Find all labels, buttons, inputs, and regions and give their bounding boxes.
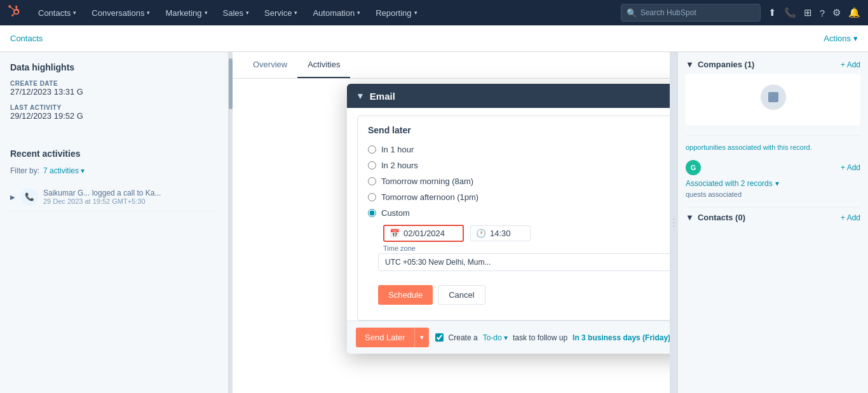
nav-reporting[interactable]: Reporting ▾ [369, 0, 423, 25]
companies-empty-state [686, 74, 860, 125]
nav-contacts-chevron: ▾ [73, 10, 76, 16]
timezone-label: Time zone [383, 244, 670, 252]
cancel-button[interactable]: Cancel [438, 285, 485, 305]
breadcrumb-nav: Contacts Actions ▾ [0, 25, 868, 52]
follow-up-days-link[interactable]: In 3 business days (Friday) ▾ [573, 333, 670, 342]
time-input-wrapper[interactable]: 🕐 [470, 225, 531, 241]
recent-activities-title: Recent activities [10, 149, 218, 159]
schedule-button[interactable]: Schedule [378, 285, 433, 305]
radio-custom[interactable] [368, 209, 376, 217]
associated-records-chevron: ▾ [775, 179, 779, 188]
help-icon[interactable]: ? [820, 8, 825, 18]
modal-title-row: ▼ Email [356, 91, 395, 102]
create-date-label: CREATE DATE [10, 80, 218, 87]
actions-chevron: ▾ [853, 34, 858, 43]
send-later-button-group: Send Later ▾ [356, 328, 429, 347]
follow-up-type-link[interactable]: To-do ▾ [483, 333, 508, 342]
associated-icon-row: G [686, 160, 701, 175]
phone-activity-icon: 📞 [20, 188, 38, 206]
radio-2hours[interactable] [368, 161, 376, 170]
modal-header: ▼ Email ⤢ ✕ [347, 84, 670, 108]
radio-tomorrow-morning[interactable] [368, 177, 376, 185]
contacts-header: ▼ Contacts (0) + Add [686, 213, 860, 222]
follow-up-type-chevron: ▾ [504, 333, 508, 342]
data-highlights-section: Data highlights CREATE DATE 27/12/2023 1… [0, 52, 228, 138]
contacts-chevron-icon: ▼ [686, 213, 694, 222]
svg-rect-0 [768, 92, 778, 102]
nav-contacts[interactable]: Contacts ▾ [32, 0, 83, 25]
send-later-title: Send later [368, 125, 670, 135]
hubspot-logo [8, 4, 22, 22]
collapse-icon[interactable]: ▼ [356, 91, 365, 101]
notifications-icon[interactable]: 🔔 [848, 7, 860, 18]
date-input-wrapper[interactable]: 📅 [383, 225, 464, 242]
settings-icon[interactable]: ⚙ [832, 7, 841, 18]
send-later-arrow-button[interactable]: ▾ [414, 328, 429, 347]
right-sidebar: ▼ Companies (1) + Add opportunities asso… [677, 52, 868, 393]
search-input[interactable] [641, 8, 755, 17]
nav-automation-chevron: ▾ [357, 10, 360, 16]
data-highlights-title: Data highlights [10, 62, 218, 72]
associated-records-row: G + Add [686, 160, 860, 175]
nav-marketing[interactable]: Marketing ▾ [159, 0, 214, 25]
option-custom: Custom [368, 205, 670, 221]
send-later-button[interactable]: Send Later [356, 328, 414, 347]
breadcrumb-contacts[interactable]: Contacts [10, 34, 43, 43]
company-avatar [761, 84, 786, 110]
sidebar-divider-2 [686, 207, 860, 208]
companies-add-button[interactable]: + Add [841, 60, 860, 69]
contacts-add-button[interactable]: + Add [841, 213, 860, 222]
label-tomorrow-morning: Tomorrow morning (8am) [381, 177, 473, 186]
nav-service-chevron: ▾ [294, 10, 297, 16]
create-date-value: 27/12/2023 13:31 G [10, 87, 218, 97]
nav-reporting-chevron: ▾ [414, 10, 417, 16]
associated-subtext: quests associated [686, 190, 860, 198]
modal-overlay: ▼ Email ⤢ ✕ Send later In 1 hour [233, 52, 670, 393]
filter-activities-link[interactable]: 7 activities ▾ [43, 166, 85, 175]
nav-sales-chevron: ▾ [246, 10, 249, 16]
follow-up-type-label: To-do [483, 333, 502, 342]
time-input[interactable] [490, 229, 525, 238]
activity-item: ▶ 📞 Saikumar G... logged a call to Ka...… [10, 183, 218, 211]
actions-button[interactable]: Actions ▾ [824, 34, 858, 43]
resize-handle[interactable]: · · · [670, 52, 677, 393]
companies-header: ▼ Companies (1) + Add [686, 60, 860, 69]
associated-avatar: G [686, 160, 701, 175]
associated-add-button[interactable]: + Add [841, 163, 860, 172]
nav-reporting-label: Reporting [376, 8, 411, 18]
option-tomorrow-morning: Tomorrow morning (8am) [368, 173, 670, 189]
marketplace-icon[interactable]: ⊞ [804, 7, 812, 18]
nav-automation[interactable]: Automation ▾ [306, 0, 367, 25]
companies-section: ▼ Companies (1) + Add [686, 60, 860, 125]
date-input[interactable] [403, 229, 458, 238]
opportunities-link[interactable]: opportunities associated with this recor… [686, 143, 812, 151]
nav-conversations-chevron: ▾ [147, 10, 150, 16]
nav-service[interactable]: Service ▾ [258, 0, 304, 25]
search-bar[interactable]: 🔍 [621, 4, 761, 22]
follow-up-checkbox[interactable] [435, 333, 444, 342]
nav-sales[interactable]: Sales ▾ [217, 0, 256, 25]
radio-tomorrow-afternoon[interactable] [368, 193, 376, 201]
top-navigation: Contacts ▾ Conversations ▾ Marketing ▾ S… [0, 0, 868, 25]
opportunities-text: opportunities associated with this recor… [686, 141, 860, 156]
activity-detail: Saikumar G... logged a call to Ka... 29 … [43, 189, 161, 205]
associated-records-button[interactable]: Associated with 2 records ▾ [686, 179, 860, 188]
companies-title: ▼ Companies (1) [686, 60, 754, 69]
radio-1hour[interactable] [368, 145, 376, 154]
timezone-select[interactable]: UTC +05:30 New Delhi, Mum... ▾ [378, 253, 670, 271]
option-1hour: In 1 hour [368, 142, 670, 157]
contacts-title: ▼ Contacts (0) [686, 213, 745, 222]
nav-conversations[interactable]: Conversations ▾ [85, 0, 156, 25]
last-activity-field: LAST ACTIVITY 29/12/2023 19:52 G [10, 104, 218, 121]
expand-icon: ▶ [10, 194, 15, 201]
last-activity-value: 29/12/2023 19:52 G [10, 111, 218, 121]
nav-icon-group: ⬆ 📞 ⊞ ? ⚙ 🔔 [768, 7, 860, 18]
email-modal: ▼ Email ⤢ ✕ Send later In 1 hour [347, 84, 670, 354]
clock-icon: 🕐 [476, 229, 486, 238]
phone-icon[interactable]: 📞 [784, 7, 796, 18]
create-date-field: CREATE DATE 27/12/2023 13:31 G [10, 80, 218, 97]
contacts-section: ▼ Contacts (0) + Add [686, 213, 860, 222]
upload-icon[interactable]: ⬆ [768, 7, 776, 18]
left-sidebar: Data highlights CREATE DATE 27/12/2023 1… [0, 52, 229, 393]
timezone-value: UTC +05:30 New Delhi, Mum... [385, 258, 491, 267]
